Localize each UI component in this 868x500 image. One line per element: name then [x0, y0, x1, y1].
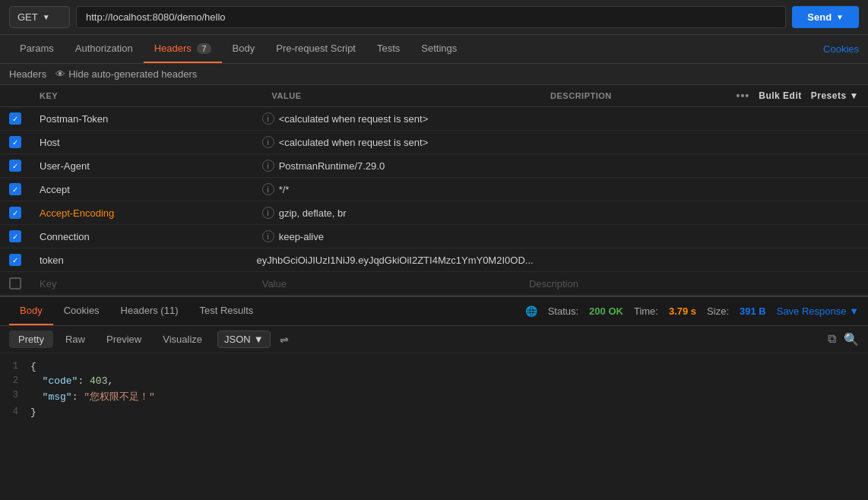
row6-checkbox[interactable]: [9, 230, 21, 242]
code-content-2: "code": 403,: [30, 375, 113, 387]
save-response-arrow: ▼: [849, 305, 859, 317]
row1-checkbox-cell: [9, 112, 40, 125]
row7-value-text[interactable]: eyJhbGciOiJIUzI1NiJ9.eyJqdGkiOiI2ZTI4Mzc…: [257, 255, 534, 266]
resp-tab-cookies[interactable]: Cookies: [53, 297, 110, 325]
response-actions: ⧉ 🔍: [828, 332, 859, 347]
row5-value: i gzip, deflate, br: [262, 207, 529, 219]
row1-value-text[interactable]: <calculated when request is sent>: [279, 113, 429, 125]
row7-checkbox[interactable]: [9, 254, 21, 266]
row4-info-icon: i: [262, 183, 274, 195]
json-format-label: JSON: [224, 334, 251, 345]
json-format-select[interactable]: JSON ▼: [217, 331, 271, 348]
row1-info-icon: i: [262, 112, 274, 125]
status-value: 200 OK: [589, 305, 623, 317]
json-format-arrow: ▼: [254, 334, 264, 345]
row4-checkbox[interactable]: [9, 183, 21, 195]
row3-key[interactable]: User-Agent: [40, 160, 262, 172]
row4-value-text[interactable]: */*: [279, 184, 290, 195]
table-row: token eyJhbGciOiJIUzI1NiJ9.eyJqdGkiOiI2Z…: [0, 248, 868, 272]
code-content-3: "msg": "您权限不足！": [30, 390, 155, 403]
row2-checkbox[interactable]: [9, 136, 21, 148]
row1-value: i <calculated when request is sent>: [262, 112, 529, 125]
row5-value-text[interactable]: gzip, deflate, br: [279, 207, 347, 219]
more-options-icon[interactable]: •••: [737, 90, 750, 102]
size-label: Size:: [707, 305, 729, 317]
row6-value-text[interactable]: keep-alive: [279, 231, 324, 242]
line-num-3: 3: [0, 390, 30, 400]
table-row: User-Agent i PostmanRuntime/7.29.0: [0, 154, 868, 178]
copy-button[interactable]: ⧉: [828, 332, 836, 347]
tab-params[interactable]: Params: [9, 35, 65, 63]
empty-checkbox-cell: [9, 277, 40, 290]
eye-icon: 👁: [55, 68, 65, 80]
empty-checkbox[interactable]: [9, 277, 21, 290]
filter-icon[interactable]: ⇌: [280, 334, 289, 346]
row5-checkbox[interactable]: [9, 207, 21, 219]
send-button[interactable]: Send ▼: [792, 6, 859, 28]
row1-key[interactable]: Postman-Token: [40, 113, 262, 125]
row1-checkbox[interactable]: [9, 112, 21, 125]
hide-autogenerated-button[interactable]: 👁 Hide auto-generated headers: [55, 68, 197, 80]
headers-subbar: Headers 👁 Hide auto-generated headers: [0, 64, 868, 85]
row7-key[interactable]: token: [40, 255, 257, 266]
row2-value: i <calculated when request is sent>: [262, 136, 529, 148]
resp-tab-headers[interactable]: Headers (11): [110, 297, 189, 325]
table-row: Accept i */*: [0, 178, 868, 201]
empty-desc[interactable]: Description: [529, 278, 707, 290]
row2-value-text[interactable]: <calculated when request is sent>: [279, 137, 429, 148]
code-line-2: 2 "code": 403,: [0, 374, 868, 388]
empty-value[interactable]: Value: [262, 278, 529, 290]
method-select[interactable]: GET ▼: [9, 6, 70, 28]
row3-value: i PostmanRuntime/7.29.0: [262, 160, 529, 172]
format-tab-pretty[interactable]: Pretty: [9, 331, 53, 348]
row3-checkbox[interactable]: [9, 160, 21, 172]
row5-info-icon: i: [262, 207, 274, 219]
tab-tests[interactable]: Tests: [366, 35, 410, 63]
tab-prerequest[interactable]: Pre-request Script: [265, 35, 366, 63]
empty-key[interactable]: Key: [40, 278, 262, 290]
line-num-1: 1: [0, 361, 30, 372]
url-input[interactable]: [76, 6, 786, 28]
tab-body[interactable]: Body: [222, 35, 266, 63]
response-status-bar: 🌐 Status: 200 OK Time: 3.79 s Size: 391 …: [525, 305, 859, 317]
time-value: 3.79 s: [669, 305, 696, 317]
row4-value: i */*: [262, 183, 529, 195]
url-bar: GET ▼ Send ▼: [0, 0, 868, 35]
format-tab-visualize[interactable]: Visualize: [154, 331, 211, 348]
tab-settings[interactable]: Settings: [410, 35, 467, 63]
request-tabs-left: Params Authorization Headers 7 Body Pre-…: [9, 35, 467, 63]
response-section: Body Cookies Headers (11) Test Results 🌐…: [0, 296, 868, 426]
format-tab-preview[interactable]: Preview: [97, 331, 150, 348]
headers-table-header: KEY VALUE DESCRIPTION ••• Bulk Edit Pres…: [0, 85, 868, 107]
line-num-2: 2: [0, 375, 30, 386]
presets-button[interactable]: Presets ▼: [811, 90, 859, 101]
headers-subbar-label: Headers: [9, 68, 46, 80]
send-label: Send: [807, 11, 832, 23]
row4-key[interactable]: Accept: [40, 184, 262, 195]
bulk-edit-button[interactable]: Bulk Edit: [759, 90, 802, 101]
search-button[interactable]: 🔍: [844, 332, 859, 347]
row6-key[interactable]: Connection: [40, 231, 262, 242]
row5-checkbox-cell: [9, 207, 40, 219]
row7-value: eyJhbGciOiJIUzI1NiJ9.eyJqdGkiOiI2ZTI4Mzc…: [257, 255, 534, 266]
cookies-link[interactable]: Cookies: [823, 43, 859, 55]
tab-headers-label: Headers: [154, 43, 192, 54]
resp-tab-test-results[interactable]: Test Results: [188, 297, 264, 325]
resp-tab-body[interactable]: Body: [9, 297, 53, 325]
row5-key[interactable]: Accept-Encoding: [40, 207, 262, 219]
line-num-4: 4: [0, 407, 30, 417]
tab-authorization[interactable]: Authorization: [65, 35, 144, 63]
row2-key[interactable]: Host: [40, 137, 262, 148]
tab-headers[interactable]: Headers 7: [144, 35, 222, 63]
format-tab-raw[interactable]: Raw: [56, 331, 94, 348]
row2-info-icon: i: [262, 136, 274, 148]
table-row: Postman-Token i <calculated when request…: [0, 107, 868, 131]
globe-icon: 🌐: [525, 305, 537, 317]
request-tabs: Params Authorization Headers 7 Body Pre-…: [0, 35, 868, 64]
table-row: Accept-Encoding i gzip, deflate, br: [0, 201, 868, 225]
desc-col-header: DESCRIPTION: [550, 91, 736, 100]
empty-row: Key Value Description: [0, 272, 868, 296]
save-response-button[interactable]: Save Response ▼: [777, 305, 859, 317]
row3-value-text[interactable]: PostmanRuntime/7.29.0: [279, 160, 385, 172]
response-body: 1 { 2 "code": 403, 3 "msg": "您权限不足！" 4 }: [0, 353, 868, 426]
